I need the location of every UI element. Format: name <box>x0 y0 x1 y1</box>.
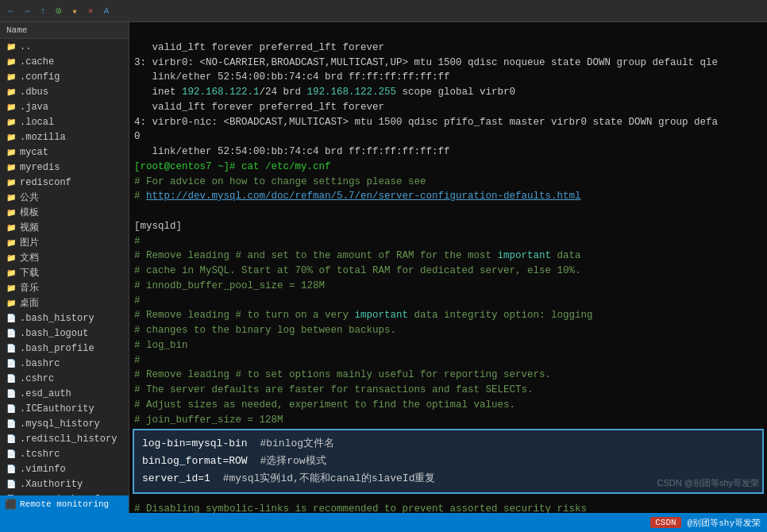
toolbar-icon-forward[interactable]: → <box>21 5 33 17</box>
toolbar-icon-star[interactable]: ★ <box>68 5 81 17</box>
file-icon: 📄 <box>6 419 17 429</box>
author-label: @别团等shy哥发荣 <box>688 517 761 529</box>
folder-icon: 📁 <box>6 253 17 263</box>
file-tree-item-rediscli-history[interactable]: 📄 .rediscli_history <box>0 431 129 446</box>
file-icon: 📄 <box>6 329 17 338</box>
file-tree-item-mozilla[interactable]: 📁 .mozilla <box>0 129 129 145</box>
file-tree-item-cache[interactable]: 📁 .cache <box>0 54 129 69</box>
folder-icon: 📁 <box>6 72 17 82</box>
remote-monitoring-label: Remote monitoring <box>20 499 109 509</box>
terminal-line: [root@centos7 ~]# cat /etc/my.cnf <box>134 161 331 172</box>
file-tree-item-picture[interactable]: 📁 图片 <box>0 235 129 250</box>
file-tree-item-desktop[interactable]: 📁 桌面 <box>0 295 129 310</box>
file-icon: 📄 <box>6 404 17 414</box>
config-key-serverid: server_id=1 <box>142 472 210 484</box>
file-tree-item-bashrc[interactable]: 📄 .bashrc <box>0 356 129 371</box>
file-tree-item-public[interactable]: 📁 公共 <box>0 190 129 205</box>
file-icon: 📄 <box>6 314 17 323</box>
terminal-line: # Remove leading # and set to the amount… <box>134 250 581 261</box>
terminal-line: # Adjust sizes as needed, experiment to … <box>134 399 515 411</box>
folder-icon: 📁 <box>6 102 17 112</box>
file-tree-item-java[interactable]: 📁 .java <box>0 99 129 114</box>
terminal-line: # join_buffer_size = 128M <box>134 414 283 426</box>
terminal-line: 0 <box>134 131 141 142</box>
file-tree-item-local[interactable]: 📁 .local <box>0 114 129 129</box>
terminal-line: link/ether 52:54:00:bb:74:c4 brd ff:ff:f… <box>134 71 450 83</box>
bottom-bar-right: CSDN @别团等shy哥发荣 <box>650 517 761 529</box>
terminal-line: # innodb_buffer_pool_size = 128M <box>134 280 325 291</box>
file-tree-item-mycat[interactable]: 📁 mycat <box>0 145 129 160</box>
terminal-line: link/ether 52:54:00:bb:74:c4 brd ff:ff:f… <box>134 146 450 157</box>
folder-icon: 📁 <box>6 193 17 202</box>
file-icon: 📄 <box>6 374 17 384</box>
file-tree-item-bash-history[interactable]: 📄 .bash_history <box>0 310 129 326</box>
file-tree-item-cshrc[interactable]: 📄 .cshrc <box>0 371 129 386</box>
file-tree-item-video[interactable]: 📁 视频 <box>0 220 129 235</box>
file-tree-item-xauthority[interactable]: 📄 .Xauthority <box>0 476 129 492</box>
terminal-line: # <box>134 295 141 306</box>
folder-icon: 📁 <box>6 133 17 142</box>
file-tree-item-bash-logout[interactable]: 📄 .bash_logout <box>0 326 129 341</box>
terminal-line: [mysqld] <box>134 221 182 232</box>
file-tree[interactable]: 📁 .. 📁 .cache 📁 .config 📁 .dbus 📁 .java … <box>0 39 129 495</box>
terminal-area: valid_lft forever preferred_lft forever … <box>129 22 767 513</box>
toolbar-icon-close[interactable]: ✕ <box>84 5 97 17</box>
terminal-line: # <box>134 355 141 366</box>
terminal-line: 4: virbr0-nic: <BROADCAST,MULTICAST> mtu… <box>134 117 718 128</box>
terminal-line: 3: virbr0: <NO-CARRIER,BROADCAST,MULTICA… <box>134 57 718 68</box>
terminal-line: # cache in MySQL. Start at 70% of total … <box>134 265 581 276</box>
toolbar-icon-back[interactable]: ← <box>5 5 17 17</box>
main-container: Name 📁 .. 📁 .cache 📁 .config 📁 .dbus 📁 <box>0 22 767 513</box>
folder-icon: 📁 <box>6 118 17 127</box>
terminal-line: valid_lft forever preferred_lft forever <box>134 42 384 53</box>
file-icon: 📄 <box>6 359 17 368</box>
file-tree-item-viminfo[interactable]: 📄 .viminfo <box>0 461 129 476</box>
config-comment-serverid: #mysql实例id,不能和canal的slaveId重复 <box>217 472 436 484</box>
terminal-line: # changes to the binary log between back… <box>134 325 396 336</box>
file-tree-item-template[interactable]: 📁 模板 <box>0 205 129 220</box>
folder-icon: 📁 <box>6 178 17 187</box>
file-tree-item-mysql-history[interactable]: 📄 .mysql_history <box>0 416 129 431</box>
file-icon: 📄 <box>6 434 17 444</box>
sidebar-bottom: ⬛ Remote monitoring <box>0 495 129 513</box>
terminal-line: # Remove leading # to set options mainly… <box>134 369 551 380</box>
toolbar-icon-up[interactable]: ↑ <box>37 5 49 17</box>
terminal-line: # The server defaults are faster for tra… <box>134 384 534 395</box>
file-tree-item-esd-auth[interactable]: 📄 .esd_auth <box>0 386 129 401</box>
file-tree-item-redisconf[interactable]: 📁 redisconf <box>0 175 129 190</box>
terminal-line: # Disabling symbolic-links is recommende… <box>134 503 587 513</box>
folder-icon: 📁 <box>6 299 17 308</box>
folder-icon: 📁 <box>6 283 17 293</box>
folder-icon: 📁 <box>6 223 17 233</box>
terminal-line: # For advice on how to change settings p… <box>134 176 426 187</box>
remote-monitoring-icon: ⬛ <box>5 499 17 511</box>
folder-icon: 📁 <box>6 208 17 218</box>
terminal-line: valid_lft forever preferred_lft forever <box>134 102 384 113</box>
file-tree-item-config[interactable]: 📁 .config <box>0 69 129 84</box>
file-tree-item-download[interactable]: 📁 下载 <box>0 265 129 280</box>
config-key-logbin: log-bin=mysql-bin <box>142 438 248 449</box>
file-icon: 📄 <box>6 480 17 489</box>
folder-icon: 📁 <box>6 268 17 278</box>
file-tree-item-tcshrc[interactable]: 📄 .tcshrc <box>0 446 129 461</box>
file-tree-item-docs[interactable]: 📁 文档 <box>0 250 129 265</box>
config-comment-logbin: #binlog文件名 <box>253 438 334 449</box>
file-icon: 📄 <box>6 465 17 474</box>
file-tree-item-myredis[interactable]: 📁 myredis <box>0 160 129 175</box>
terminal-line: inet 192.168.122.1/24 brd 192.168.122.25… <box>134 87 515 98</box>
file-icon: 📄 <box>6 449 17 459</box>
folder-icon: 📁 <box>6 87 17 97</box>
file-tree-item-dotdot[interactable]: 📁 .. <box>0 39 129 54</box>
file-tree-item-bash-profile[interactable]: 📄 .bash_profile <box>0 341 129 356</box>
file-tree-item-dbus[interactable]: 📁 .dbus <box>0 84 129 99</box>
toolbar-icon-text[interactable]: A <box>100 5 113 17</box>
folder-icon: 📁 <box>6 42 17 52</box>
terminal-line: # http://dev.mysql.com/doc/refman/5.7/en… <box>134 191 581 202</box>
file-tree-item-music[interactable]: 📁 音乐 <box>0 280 129 295</box>
terminal-line: # Remove leading # to turn on a very imp… <box>134 310 593 321</box>
terminal-line <box>134 206 141 217</box>
config-line-2: binlog_format=ROW #选择row模式 <box>142 453 754 470</box>
sidebar-header: Name <box>0 22 129 39</box>
file-tree-item-iceauthority[interactable]: 📄 .ICEauthority <box>0 401 129 416</box>
toolbar-icon-circle[interactable]: ⊙ <box>52 5 65 17</box>
